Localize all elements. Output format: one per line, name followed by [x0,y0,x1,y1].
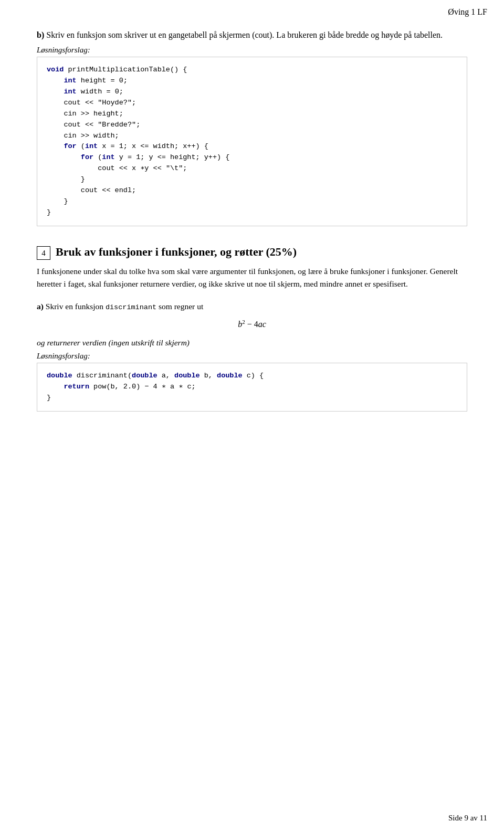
losningsforslag-label-b: Løsningsforslag: [37,46,467,55]
keyword-for-2: for [81,153,93,161]
subsection-a: a) Skriv en funksjon discriminant som re… [37,302,467,411]
section-4-header: 4 Bruk av funksjoner i funksjoner, og rø… [37,245,467,260]
inline-code-discriminant: discriminant [106,303,156,311]
code-box-b: void printMultiplicationTable() { int he… [37,57,467,226]
string-bredde: "Bredde?" [98,121,136,129]
section-b-title: b) Skriv en funksjon som skriver ut en g… [37,29,467,41]
page-number: Side 9 av 11 [448,814,487,822]
keyword-return: return [64,383,89,391]
keyword-double-1: double [47,372,72,380]
page-footer: Side 9 av 11 [448,814,487,823]
math-formula: b2 − 4ac [37,319,467,329]
keyword-void: void [47,66,64,73]
keyword-int-3: int [85,142,98,150]
losningsforslag-label-a: Løsningsforslag: [37,352,467,361]
page-header: Øving 1 LF [448,7,487,17]
page-title: Øving 1 LF [448,7,487,16]
keyword-int-4: int [102,153,114,161]
return-label: og returnerer verdien (ingen utskrift ti… [37,338,467,347]
keyword-double-2: double [132,372,158,380]
keyword-double-4: double [217,372,243,380]
code-box-a: double discriminant(double a, double b, … [37,363,467,412]
subsection-a-title: a) Skriv en funksjon discriminant som re… [37,302,467,311]
section-4: 4 Bruk av funksjoner i funksjoner, og rø… [37,245,467,412]
string-hoyde: "Hoyde?" [98,99,132,107]
keyword-int-2: int [64,88,76,96]
section-4-description-1: I funksjonene under skal du tolke hva so… [37,265,467,290]
section-number-box: 4 [37,246,50,260]
string-tab: "\t" [166,164,183,172]
keyword-for-1: for [64,142,76,150]
section-4-title: Bruk av funksjoner i funksjoner, og røtt… [56,245,297,259]
keyword-double-3: double [174,372,200,380]
section-b: b) Skriv en funksjon som skriver ut en g… [37,29,467,226]
keyword-int-1: int [64,77,76,85]
